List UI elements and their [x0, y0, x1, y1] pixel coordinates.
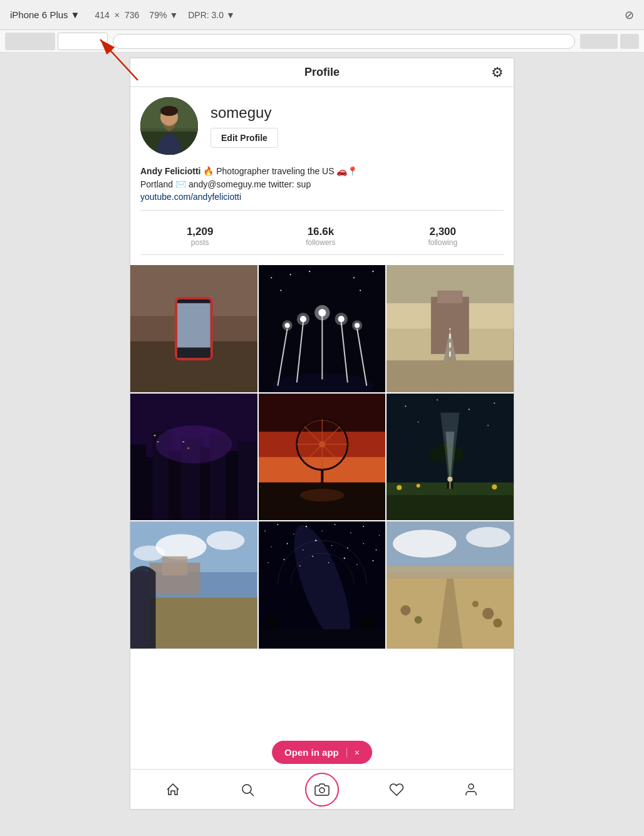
- dimensions-x: ×: [115, 10, 120, 20]
- svg-point-26: [335, 313, 347, 325]
- svg-point-146: [482, 608, 494, 619]
- svg-point-101: [207, 531, 245, 550]
- svg-point-114: [350, 533, 351, 534]
- svg-point-128: [312, 556, 313, 557]
- svg-point-79: [469, 409, 470, 410]
- photo-cell-2[interactable]: [259, 265, 386, 392]
- photo-cell-3[interactable]: [387, 265, 514, 392]
- open-in-app-close-button[interactable]: ×: [355, 748, 360, 758]
- dpr-value: DPR: 3.0: [188, 10, 224, 20]
- nav-home[interactable]: [159, 776, 187, 803]
- svg-point-81: [418, 421, 419, 422]
- svg-point-148: [472, 601, 479, 607]
- svg-rect-142: [387, 566, 514, 578]
- svg-point-145: [415, 616, 422, 624]
- svg-point-78: [437, 399, 438, 400]
- zoom-value: 79%: [149, 10, 167, 20]
- heart-icon: [389, 782, 404, 797]
- svg-point-112: [321, 531, 323, 532]
- bio-line2: Portland ✉️ andy@someguy.me twitter: sup: [140, 178, 504, 191]
- photo-cell-6[interactable]: [387, 394, 514, 521]
- svg-point-111: [305, 526, 306, 527]
- photo-6: [387, 394, 514, 521]
- photo-cell-9[interactable]: [387, 521, 514, 649]
- camera-circle-highlight: [305, 773, 339, 807]
- svg-point-77: [405, 405, 407, 407]
- svg-point-116: [378, 535, 380, 536]
- svg-rect-44: [387, 360, 514, 392]
- edit-profile-button[interactable]: Edit Profile: [210, 128, 278, 148]
- following-label: following: [428, 238, 457, 247]
- svg-point-149: [242, 785, 251, 793]
- bio-link[interactable]: youtube.com/andyfeliciotti: [140, 192, 241, 202]
- photo-cell-4[interactable]: [130, 394, 257, 521]
- stat-posts[interactable]: 1,209 posts: [187, 226, 214, 247]
- username: someguy: [210, 104, 278, 122]
- bio-description: 🔥 Photographer traveling the US 🚗📍: [203, 166, 358, 176]
- svg-point-110: [293, 534, 294, 535]
- svg-point-141: [466, 527, 511, 547]
- stat-following[interactable]: 2,300 following: [428, 226, 457, 247]
- svg-point-61: [156, 425, 232, 463]
- photo-7: [130, 521, 257, 649]
- svg-rect-42: [437, 291, 463, 303]
- svg-point-36: [360, 290, 361, 291]
- svg-point-119: [303, 550, 304, 551]
- svg-point-118: [286, 543, 288, 545]
- dpr-dropdown-icon[interactable]: ▼: [226, 10, 235, 20]
- home-icon: [165, 782, 180, 797]
- svg-rect-13: [177, 348, 210, 358]
- profile-right: someguy Edit Profile: [210, 104, 278, 148]
- zoom-selector[interactable]: 79% ▼: [149, 10, 178, 20]
- followers-count: 16.6k: [308, 226, 335, 238]
- zoom-dropdown-icon[interactable]: ▼: [169, 10, 178, 20]
- dimensions: 414 × 736: [95, 10, 139, 20]
- svg-line-150: [250, 792, 254, 796]
- nav-search[interactable]: [234, 776, 261, 803]
- svg-point-115: [363, 526, 364, 527]
- settings-icon[interactable]: ⚙: [491, 65, 504, 81]
- open-in-app-banner[interactable]: Open in app ×: [272, 741, 372, 764]
- svg-point-130: [343, 558, 345, 559]
- stats-row: 1,209 posts 16.6k followers 2,300 follow…: [140, 218, 504, 255]
- svg-point-22: [314, 305, 330, 320]
- photo-cell-8[interactable]: [259, 521, 386, 649]
- stat-followers[interactable]: 16.6k followers: [306, 226, 335, 247]
- bio-section: Andy Feliciotti 🔥 Photographer traveling…: [140, 165, 504, 202]
- svg-rect-56: [238, 441, 257, 521]
- nav-profile[interactable]: [457, 776, 485, 803]
- rotate-icon[interactable]: ⊘: [625, 8, 634, 22]
- height-value: 736: [125, 10, 139, 20]
- svg-point-140: [393, 530, 456, 558]
- svg-point-144: [401, 605, 411, 615]
- svg-point-82: [487, 424, 489, 426]
- nav-heart[interactable]: [383, 776, 410, 803]
- photo-3: [387, 265, 514, 392]
- photo-grid: [130, 265, 514, 649]
- svg-point-28: [282, 320, 292, 330]
- device-dropdown-icon[interactable]: ▼: [71, 9, 80, 20]
- svg-point-30: [352, 320, 362, 330]
- photo-cell-1[interactable]: [130, 265, 257, 392]
- device-selector[interactable]: iPhone 6 Plus ▼: [10, 9, 80, 20]
- svg-point-131: [356, 564, 358, 565]
- svg-point-34: [353, 277, 355, 278]
- svg-point-87: [492, 484, 497, 489]
- open-in-app-label: Open in app: [284, 747, 339, 758]
- address-bar: [0, 30, 644, 53]
- profile-info: someguy Edit Profile Andy Feliciotti 🔥 P…: [130, 87, 514, 265]
- svg-rect-57: [153, 435, 155, 436]
- followers-label: followers: [306, 238, 335, 247]
- nav-camera[interactable]: [308, 776, 336, 803]
- photo-1: [130, 265, 257, 392]
- browser-bar: iPhone 6 Plus ▼ 414 × 736 79% ▼ DPR: 3.0…: [0, 0, 644, 30]
- photo-cell-7[interactable]: [130, 521, 257, 649]
- profile-title: Profile: [304, 66, 340, 79]
- photo-cell-5[interactable]: [259, 394, 386, 521]
- photo-2: [259, 265, 386, 392]
- photo-4: [130, 394, 257, 521]
- profile-icon: [464, 782, 479, 797]
- photo-5: [259, 394, 386, 521]
- dpr-selector[interactable]: DPR: 3.0 ▼: [188, 10, 235, 20]
- svg-point-75: [300, 489, 345, 501]
